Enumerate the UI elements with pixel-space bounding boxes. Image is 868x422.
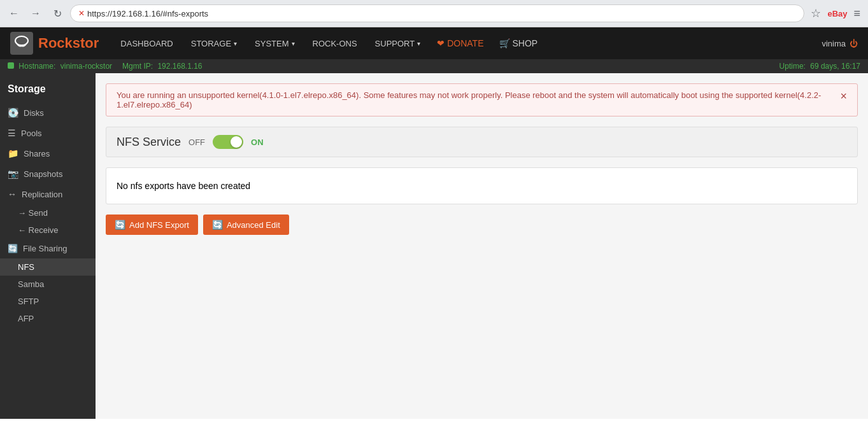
status-bar: Hostname: vinima-rockstor Mgmt IP: 192.1… [0,59,868,73]
star-button[interactable]: ☆ [808,4,823,23]
alert-close-button[interactable]: × [840,90,847,102]
nav-storage[interactable]: STORAGE ▾ [190,36,238,51]
sidebar-sub-samba[interactable]: Samba [0,276,96,293]
reload-button[interactable]: ↻ [48,4,66,22]
sidebar-sub-sftp[interactable]: SFTP [0,293,96,310]
add-nfs-export-button[interactable]: 🔄 Add NFS Export [106,215,198,235]
sidebar-heading: Storage [0,73,96,102]
toggle-off-label: OFF [189,137,205,147]
top-nav: Rockstor DASHBOARD STORAGE ▾ SYSTEM ▾ RO… [0,27,868,59]
nfs-toggle[interactable] [213,135,243,149]
sidebar-item-replication[interactable]: ↔ Replication [0,184,96,204]
nav-dashboard[interactable]: DASHBOARD [119,36,174,51]
disks-icon: 💽 [8,108,18,118]
back-button[interactable]: ← [5,4,23,22]
edit-icon: 🔄 [212,220,223,230]
main-layout: Storage 💽 Disks ☰ Pools 📁 Shares 📷 Snaps… [0,73,868,419]
toggle-on-label: ON [251,137,264,147]
forward-button[interactable]: → [27,4,45,22]
address-bar[interactable]: ✕ https://192.168.1.16/#nfs-exports [70,4,804,22]
logo-area: Rockstor [10,32,99,55]
nav-shop[interactable]: 🛒 SHOP [499,38,538,48]
menu-button[interactable]: ≡ [851,4,863,23]
power-icon: ⏻ [850,39,858,48]
nav-user[interactable]: vinima ⏻ [822,39,858,48]
secure-icon: ✕ [78,9,85,18]
alert-message: You are running an unsupported kernel(4.… [117,90,840,109]
sidebar: Storage 💽 Disks ☰ Pools 📁 Shares 📷 Snaps… [0,73,96,419]
toggle-knob [231,136,242,148]
advanced-edit-button[interactable]: 🔄 Advanced Edit [203,215,289,235]
alert-warning: You are running an unsupported kernel(4.… [106,83,858,116]
heart-icon: ❤ [437,38,445,48]
pools-icon: ☰ [8,128,16,138]
ebay-logo: eBay [827,9,847,18]
add-icon: 🔄 [115,220,125,230]
nav-rockons[interactable]: ROCK-ONS [311,36,359,51]
cart-icon: 🛒 [499,38,510,48]
nav-support[interactable]: SUPPORT ▾ [374,36,422,51]
status-left: Hostname: vinima-rockstor Mgmt IP: 192.1… [8,62,203,71]
action-buttons: 🔄 Add NFS Export 🔄 Advanced Edit [106,215,858,235]
snapshots-icon: 📷 [8,169,18,179]
app-wrapper: Rockstor DASHBOARD STORAGE ▾ SYSTEM ▾ RO… [0,27,868,419]
mgmt-ip: Mgmt IP: 192.168.1.16 [122,62,202,71]
logo-text: Rockstor [38,35,99,52]
nav-donate[interactable]: ❤ DONATE [437,38,483,48]
shares-icon: 📁 [8,148,18,158]
nav-system[interactable]: SYSTEM ▾ [253,36,295,51]
sidebar-sub-receive[interactable]: ← Receive [0,222,96,239]
sidebar-item-snapshots[interactable]: 📷 Snapshots [0,164,96,184]
sidebar-item-pools[interactable]: ☰ Pools [0,123,96,143]
no-exports-message: No nfs exports have been created [117,181,250,191]
url-text: https://192.168.1.16/#nfs-exports [87,9,208,18]
sidebar-item-file-sharing[interactable]: 🔄 File Sharing [0,239,96,258]
main-content: You are running an unsupported kernel(4.… [96,73,868,419]
logo-icon [10,32,33,55]
sidebar-sub-send[interactable]: → Send [0,204,96,222]
nfs-service-title: NFS Service [117,136,181,149]
support-caret: ▾ [417,40,420,47]
sidebar-item-disks[interactable]: 💽 Disks [0,102,96,123]
status-indicator: Hostname: vinima-rockstor [8,62,112,71]
no-exports-box: No nfs exports have been created [106,167,858,204]
file-sharing-icon: 🔄 [8,244,18,253]
nfs-service-header: NFS Service OFF ON [106,127,858,157]
sidebar-sub-afp[interactable]: AFP [0,310,96,327]
replication-icon: ↔ [8,189,17,199]
storage-caret: ▾ [234,40,237,47]
browser-toolbar: ← → ↻ ✕ https://192.168.1.16/#nfs-export… [0,0,868,27]
uptime: Uptime: 69 days, 16:17 [779,62,860,71]
system-caret: ▾ [292,40,295,47]
sidebar-sub-nfs[interactable]: NFS [0,258,96,276]
browser-chrome: ← → ↻ ✕ https://192.168.1.16/#nfs-export… [0,0,868,27]
sidebar-item-shares[interactable]: 📁 Shares [0,143,96,164]
